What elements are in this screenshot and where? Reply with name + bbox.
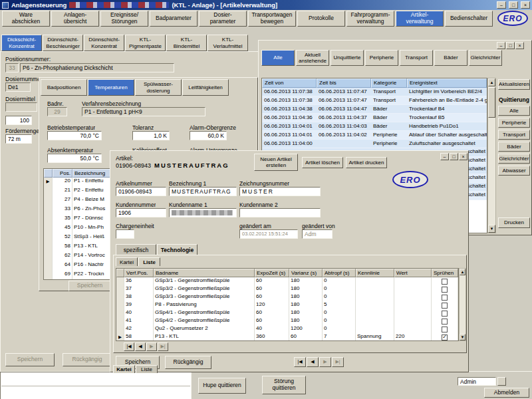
- temp-tab[interactable]: Badpositionen: [41, 79, 87, 96]
- nav-button[interactable]: ▶: [146, 342, 157, 351]
- tech-row[interactable]: 42 Qu2 - Querumsetzer 2 40 1200 0: [116, 325, 458, 333]
- tech-header-badname[interactable]: Badname: [154, 269, 255, 277]
- temp-tab[interactable]: Leitfähigkeiten: [182, 79, 229, 96]
- tech-row[interactable]: 40 GSp4/1 - Gegenstromfließspüle 60 180 …: [116, 309, 458, 317]
- toolbar-button[interactable]: Badparameter: [150, 11, 198, 27]
- zeichnungsnummer-field[interactable]: MUSTER: [239, 187, 321, 196]
- kundenname1-field[interactable]: [169, 208, 237, 217]
- tech-header-spruehen[interactable]: Sprühen: [432, 269, 458, 277]
- event-row[interactable]: 06.06.2013 11:07:38 06.06.2013 11:07:47 …: [262, 96, 487, 105]
- toolbar-button[interactable]: Fahrprogramm- verwaltung: [346, 11, 394, 27]
- toolbar-button[interactable]: Dosier- parameter: [199, 11, 247, 27]
- maximize-button[interactable]: □: [506, 42, 515, 49]
- minimize-button[interactable]: –: [497, 1, 506, 9]
- maximize-button[interactable]: □: [450, 153, 458, 160]
- artikel-subtab[interactable]: Liste: [138, 257, 160, 266]
- scroll-up-icon[interactable]: ▲: [488, 78, 495, 86]
- scrollbar-thumb[interactable]: [488, 87, 495, 118]
- nav-button[interactable]: ◀: [307, 357, 319, 367]
- quittieren-peripherie-button[interactable]: Peripherie: [498, 118, 530, 128]
- artikel-drucken-button[interactable]: Artikel drucken: [346, 157, 387, 168]
- toleranz-field[interactable]: 1,0 K: [132, 131, 170, 140]
- artikel-subtab[interactable]: Kartei: [116, 257, 138, 266]
- spruehen-checkbox[interactable]: ✓: [442, 334, 448, 340]
- tech-row[interactable]: 41 GSp4/2 - Gegenstromfließspüle 60 180 …: [116, 317, 458, 325]
- toolbar-button[interactable]: Transportwagen bewegen: [248, 11, 296, 27]
- dosing-tab[interactable]: Dünnschicht- Konzentrat: [84, 35, 124, 51]
- minimize-button[interactable]: –: [440, 153, 449, 160]
- event-filter-tab[interactable]: Peripherie: [365, 50, 398, 66]
- event-row[interactable]: 06.06.2013 11:04:01 06.06.2013 11:04:03 …: [262, 122, 487, 131]
- dosing-tab[interactable]: KTL- Pigmentpaste: [125, 35, 166, 51]
- nav-button[interactable]: |◀: [124, 342, 134, 351]
- event-header-zeit-von[interactable]: Zeit von: [262, 78, 317, 88]
- minimize-button[interactable]: –: [497, 42, 505, 49]
- event-row[interactable]: 06.06.2013 11:04:38 06.06.2013 11:04:47 …: [262, 105, 487, 114]
- dosing-tab[interactable]: Dünnschicht- Beschleuniger: [43, 35, 83, 51]
- event-header-ereignistext[interactable]: Ereignistext: [407, 78, 487, 88]
- chargeneinheit-field[interactable]: [116, 229, 134, 239]
- close-button[interactable]: ×: [515, 42, 524, 49]
- neuen-artikel-erstellen-button[interactable]: Neuen Artikel erstellen: [254, 154, 298, 171]
- event-row[interactable]: 06.06.2013 11:04:36 06.06.2013 11:04:37 …: [262, 114, 487, 122]
- betri ebstemp-field[interactable]: 70,0 °C: [47, 131, 102, 140]
- event-row[interactable]: 06.06.2013 11:07:38 06.06.2013 11:07:47 …: [262, 88, 487, 96]
- spruehen-checkbox[interactable]: [442, 295, 448, 301]
- spruehen-checkbox[interactable]: [442, 287, 448, 293]
- event-row[interactable]: 06.06.2013 11:04:00 Peripherie Zuluftsch…: [262, 140, 487, 148]
- toolbar-button[interactable]: Artikel- verwaltung: [396, 11, 444, 27]
- tech-header-wert[interactable]: Wert: [394, 269, 432, 277]
- artikel-tab[interactable]: spezifisch: [116, 244, 156, 255]
- toolbar-button[interactable]: Anlagen- übersicht: [51, 11, 99, 27]
- spruehen-checkbox[interactable]: [442, 303, 448, 309]
- tech-row[interactable]: 36 GSp3/1 - Gegenstromfließspüle 60 180 …: [116, 277, 458, 285]
- nav-button[interactable]: |◀: [294, 357, 306, 367]
- absenktemp-field[interactable]: 50,0 °C: [47, 154, 102, 163]
- tech-row[interactable]: 37 GSp3/2 - Gegenstromfließspüle 60 180 …: [116, 285, 458, 293]
- user-options-button[interactable]: [497, 377, 506, 386]
- quittieren-abwasser-button[interactable]: Abwasser: [498, 166, 530, 176]
- spruehen-checkbox[interactable]: [442, 279, 448, 285]
- toolbar-button[interactable]: Bedienschalter: [445, 11, 493, 27]
- dosiernummer-field[interactable]: De1: [5, 82, 31, 92]
- artikelnummer-field[interactable]: 01906-08943: [116, 187, 166, 196]
- quittieren-gleichrichter-button[interactable]: Gleichrichter: [498, 154, 530, 164]
- tech-header-abtropf[interactable]: Abtropf (s): [323, 269, 356, 277]
- technologie-grid-scrollbar[interactable]: ▲ ▼: [459, 268, 466, 341]
- nav-button[interactable]: ◀: [135, 342, 146, 351]
- obergrenze-field[interactable]: 60,0 K: [190, 131, 227, 140]
- maximize-button[interactable]: □: [509, 1, 518, 9]
- dosing-tab[interactable]: Dickschicht- Konzentrat: [1, 35, 42, 51]
- spruehen-checkbox[interactable]: [442, 319, 448, 325]
- close-button[interactable]: ×: [459, 153, 467, 160]
- abmelden-button[interactable]: Abmelden: [484, 388, 529, 398]
- tech-row[interactable]: 38 GSp3/3 - Gegenstromfließspüle 60 180 …: [116, 293, 458, 301]
- dosing-tab[interactable]: KTL- Verlaufmittel: [207, 35, 248, 51]
- tech-header-verfpos[interactable]: Verf.Pos.: [124, 269, 154, 277]
- quittieren-baeder-button[interactable]: Bäder: [498, 142, 530, 152]
- spruehen-checkbox[interactable]: [442, 311, 448, 317]
- bezeichnung1-field[interactable]: MUSTERAUFTRAG: [169, 187, 237, 196]
- artikel-tab[interactable]: Technologie: [157, 244, 198, 255]
- kundenname2-field[interactable]: [239, 208, 321, 217]
- artikel-rueckgaengig-button[interactable]: Rückgängig: [165, 356, 211, 369]
- event-table-scrollbar[interactable]: ▲ ▼: [487, 78, 496, 233]
- tech-header-expozeit[interactable]: ExpoZeit (s): [255, 269, 289, 277]
- toolbar-button[interactable]: Ereignisse/ Störungen: [100, 11, 148, 27]
- event-filter-tab[interactable]: Transport: [400, 50, 433, 66]
- drucken-button[interactable]: Drucken: [498, 217, 530, 228]
- spruehen-checkbox[interactable]: [442, 327, 448, 332]
- artikel-bottom-tab[interactable]: Liste: [136, 365, 158, 373]
- toolbar-button[interactable]: Protokolle: [297, 11, 345, 27]
- nav-button[interactable]: ▶: [319, 357, 331, 367]
- nav-button[interactable]: ▶|: [332, 357, 344, 367]
- quittieren-transport-button[interactable]: Transport: [498, 130, 530, 140]
- dosing-tab[interactable]: KTL- Bindemittel: [166, 35, 207, 51]
- event-filter-tab[interactable]: Gleichrichter: [469, 50, 502, 66]
- scroll-down-icon[interactable]: ▼: [488, 225, 495, 233]
- quittieren-alle-button[interactable]: Alle: [498, 106, 530, 116]
- tech-row[interactable]: ▶ 58 P13 - KTL 360 60 7 Spannung 220 ✓: [116, 333, 458, 341]
- hupe-quittieren-button[interactable]: Hupe quittieren: [198, 378, 246, 394]
- event-header-kategorie[interactable]: Kategorie: [371, 78, 407, 88]
- kundennummer-field[interactable]: 1906: [116, 208, 166, 217]
